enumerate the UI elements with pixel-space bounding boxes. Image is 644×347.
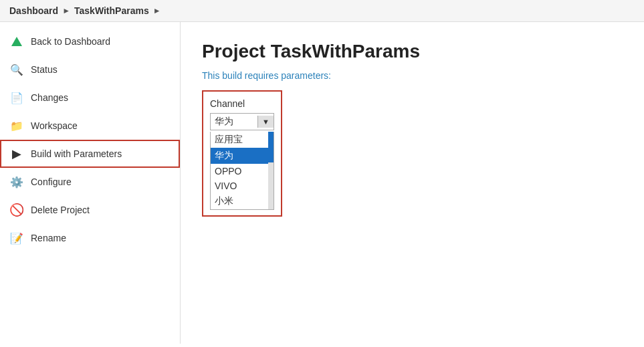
sidebar-item-configure[interactable]: ⚙️ Configure <box>0 168 180 196</box>
channel-dropdown-container: Channel 华为 ▼ 应用宝 华为 OPPO VIVO 小米 <box>202 90 282 217</box>
breadcrumb-bar: Dashboard ► TaskWithParams ► <box>0 0 644 22</box>
breadcrumb-dashboard[interactable]: Dashboard <box>9 5 58 16</box>
dropdown-option-oppo[interactable]: OPPO <box>211 164 268 179</box>
dropdown-option-huawei[interactable]: 华为 <box>211 148 268 164</box>
channel-select-row[interactable]: 华为 ▼ <box>210 113 274 130</box>
arrow-up-icon <box>9 34 24 49</box>
search-icon: 🔍 <box>9 62 24 77</box>
breadcrumb-chevron-2: ► <box>153 6 161 15</box>
sidebar-label-status: Status <box>31 64 58 75</box>
channel-selected-value: 华为 <box>211 114 257 130</box>
rename-icon: 📝 <box>9 231 24 245</box>
project-title: Project TaskWithParams <box>202 41 623 62</box>
folder-icon: 📁 <box>9 118 24 133</box>
sidebar-item-status[interactable]: 🔍 Status <box>0 55 180 84</box>
doc-icon: 📄 <box>9 90 24 105</box>
sidebar-label-workspace: Workspace <box>31 120 78 131</box>
dropdown-scrollbar-track <box>268 132 274 209</box>
sidebar-item-delete-project[interactable]: 🚫 Delete Project <box>0 196 180 224</box>
sidebar-label-rename: Rename <box>31 233 66 243</box>
dropdown-option-vivo[interactable]: VIVO <box>211 179 268 193</box>
sidebar-item-back-to-dashboard[interactable]: Back to Dashboard <box>0 27 180 55</box>
main-content: Project TaskWithParams This build requir… <box>181 22 644 344</box>
sidebar-item-workspace[interactable]: 📁 Workspace <box>0 112 180 140</box>
sidebar-label-back: Back to Dashboard <box>31 36 110 47</box>
sidebar-item-build-with-parameters[interactable]: ▶ Build with Parameters <box>0 140 180 168</box>
channel-dropdown-list: 应用宝 华为 OPPO VIVO 小米 <box>210 132 274 210</box>
build-icon: ▶ <box>9 146 24 161</box>
gear-icon: ⚙️ <box>9 175 24 189</box>
dropdown-option-xiaomi[interactable]: 小米 <box>211 193 268 209</box>
breadcrumb-project[interactable]: TaskWithParams <box>74 5 149 16</box>
delete-icon: 🚫 <box>9 203 24 217</box>
sidebar: Back to Dashboard 🔍 Status 📄 Changes 📁 W… <box>0 22 181 344</box>
build-requires-text: This build requires parameters: <box>202 70 623 81</box>
dropdown-scrollbar-thumb <box>268 132 274 162</box>
sidebar-label-configure: Configure <box>31 177 72 187</box>
channel-label: Channel <box>210 98 274 109</box>
main-layout: Back to Dashboard 🔍 Status 📄 Changes 📁 W… <box>0 22 644 344</box>
sidebar-label-delete: Delete Project <box>31 205 90 215</box>
sidebar-item-changes[interactable]: 📄 Changes <box>0 84 180 112</box>
channel-dropdown-arrow[interactable]: ▼ <box>257 116 274 128</box>
sidebar-label-changes: Changes <box>31 92 68 103</box>
breadcrumb-chevron-1: ► <box>62 6 70 15</box>
sidebar-item-rename[interactable]: 📝 Rename <box>0 224 180 252</box>
sidebar-label-build: Build with Parameters <box>31 148 122 159</box>
dropdown-option-yingyongbao[interactable]: 应用宝 <box>211 132 268 148</box>
